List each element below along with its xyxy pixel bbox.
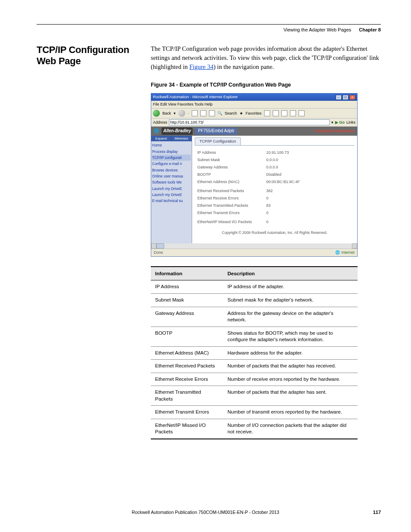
internet-icon: 🌐 bbox=[335, 250, 340, 255]
back-dropdown-icon[interactable]: ▾ bbox=[174, 111, 176, 116]
row: Ethernet Transmit Errors0 bbox=[197, 209, 352, 217]
favorites-icon[interactable]: ★ bbox=[240, 111, 243, 116]
nav-item-home[interactable]: Home bbox=[152, 142, 191, 148]
nav-item-support[interactable]: E-mail technical su bbox=[152, 198, 191, 204]
nav-item-browse[interactable]: Browse devices bbox=[152, 167, 191, 173]
val: 382 bbox=[266, 188, 352, 194]
page-header: Viewing the Adapter Web Pages Chapter 8 bbox=[37, 27, 381, 32]
table-row: EtherNet/IP Missed I/O PacketsNumber of … bbox=[151, 419, 358, 439]
horizontal-scrollbar[interactable] bbox=[151, 243, 357, 249]
cell-desc: Shows status for BOOTP, which may be use… bbox=[223, 327, 358, 346]
minimize-icon[interactable]: – bbox=[336, 95, 342, 100]
nav-item-launch1[interactable]: Launch my DriveE bbox=[152, 186, 191, 192]
scroll-right-icon[interactable] bbox=[352, 243, 357, 249]
brand-label: Allen-Bradley bbox=[162, 128, 193, 135]
row: EtherNet/IP Missed I/O Packets0 bbox=[197, 218, 352, 226]
search-label: Search bbox=[225, 111, 237, 116]
cell-desc: Number of receive errors reported by the… bbox=[223, 373, 358, 386]
val: 0 bbox=[266, 210, 352, 216]
row: Subnet Mask0.0.0.0 bbox=[197, 156, 352, 164]
links-label[interactable]: Links bbox=[346, 120, 355, 125]
nav-item-tools[interactable]: Software tools We bbox=[152, 179, 191, 185]
menubar[interactable]: File Edit View Favorites Tools Help bbox=[151, 101, 357, 109]
cell-desc: Number of I/O connection packets that th… bbox=[223, 419, 358, 439]
cell-info: Subnet Mask bbox=[151, 294, 223, 307]
status-zone: 🌐Internet bbox=[335, 250, 355, 255]
mail-icon[interactable] bbox=[273, 110, 279, 116]
cell-info: Ethernet Transmitted Packets bbox=[151, 386, 223, 406]
key: Subnet Mask bbox=[197, 157, 266, 163]
home-icon[interactable] bbox=[209, 110, 215, 116]
address-input[interactable] bbox=[169, 119, 330, 125]
row: IP Address10.91.100.73 bbox=[197, 149, 352, 156]
footer-pub: Rockwell Automation Publication 750COM-U… bbox=[0, 510, 411, 515]
zone-label: Internet bbox=[341, 250, 355, 255]
address-dropdown-icon[interactable]: ▾ bbox=[331, 120, 333, 125]
print-icon[interactable] bbox=[281, 110, 287, 116]
val: 0 bbox=[266, 196, 352, 201]
val: Disabled bbox=[266, 172, 352, 177]
nav-item-process[interactable]: Process display bbox=[152, 149, 191, 155]
key: Ethernet Receive Errors bbox=[197, 196, 266, 201]
val: 0.0.0.0 bbox=[266, 165, 352, 170]
val: 0 bbox=[266, 219, 352, 225]
nav-pane: Expand Minimize Home Process display TCP… bbox=[151, 136, 192, 243]
close-icon[interactable]: × bbox=[349, 95, 355, 100]
row: Ethernet Receive Errors0 bbox=[197, 195, 352, 202]
val: 83 bbox=[266, 203, 352, 208]
page-number: 117 bbox=[373, 510, 381, 515]
row: Ethernet Received Packets382 bbox=[197, 187, 352, 195]
key: EtherNet/IP Missed I/O Packets bbox=[197, 219, 266, 225]
copyright: Copyright © 2009 Rockwell Automation, In… bbox=[197, 226, 352, 246]
breadcrumb: Viewing the Adapter Web Pages bbox=[283, 27, 351, 32]
cell-info: Ethernet Address (MAC) bbox=[151, 346, 223, 360]
cell-desc: Subnet mask for the adapter's network. bbox=[223, 294, 358, 307]
figure-link[interactable]: Figure 34 bbox=[189, 63, 213, 70]
table-row: Gateway AddressAddress for the gateway d… bbox=[151, 307, 358, 327]
key: Ethernet Received Packets bbox=[197, 188, 266, 194]
val: 00:00:BC:B1:9C:4F bbox=[266, 179, 352, 185]
table-row: BOOTPShows status for BOOTP, which may b… bbox=[151, 327, 358, 346]
titlebar: Rockwell Automation - Microsoft Internet… bbox=[151, 93, 357, 101]
row: Ethernet Transmitted Packets83 bbox=[197, 202, 352, 209]
address-label: Address bbox=[153, 120, 167, 125]
expand-button[interactable]: Expand bbox=[151, 136, 171, 142]
maximize-icon[interactable]: ▭ bbox=[342, 95, 349, 100]
globe-icon: 🌐 bbox=[154, 128, 159, 134]
section-title: TCP/IP Configuration Web Page bbox=[37, 44, 138, 67]
row: Gateway Address0.0.0.0 bbox=[197, 164, 352, 171]
table-row: Ethernet Received PacketsNumber of packe… bbox=[151, 360, 358, 373]
minimize-button[interactable]: Minimize bbox=[171, 136, 192, 142]
cell-info: BOOTP bbox=[151, 327, 223, 346]
edit-icon[interactable] bbox=[290, 110, 296, 116]
nav-list: Home Process display TCP/IP configurati … bbox=[151, 141, 192, 205]
address-bar: Address ▾ ▶ Go Links bbox=[151, 118, 357, 127]
search-icon[interactable]: 🔍 bbox=[218, 111, 222, 116]
refresh-icon[interactable] bbox=[200, 110, 206, 116]
intro-paragraph: The TCP/IP Configuration web page provid… bbox=[151, 44, 381, 72]
tab-tcpip[interactable]: TCP/IP Configuration bbox=[195, 137, 241, 145]
th-desc: Description bbox=[223, 267, 358, 280]
scroll-thumb[interactable] bbox=[156, 243, 164, 249]
nav-item-manual[interactable]: Online user manua bbox=[152, 173, 191, 179]
th-info: Information bbox=[151, 267, 223, 280]
forward-icon[interactable] bbox=[178, 110, 185, 117]
table-row: Ethernet Transmit ErrorsNumber of transm… bbox=[151, 406, 358, 419]
history-icon[interactable] bbox=[264, 110, 270, 116]
nav-item-tcpip[interactable]: TCP/IP configurati bbox=[152, 155, 191, 161]
go-button[interactable]: ▶ Go bbox=[335, 120, 345, 125]
rockwell-logo: Rockwell Automation bbox=[315, 129, 355, 133]
table-row: IP AddressIP address of the adapter. bbox=[151, 280, 358, 294]
nav-item-email[interactable]: Configure e-mail n bbox=[152, 161, 191, 167]
key: Ethernet Transmitted Packets bbox=[197, 203, 266, 208]
key: Ethernet Address (MAC) bbox=[197, 179, 266, 185]
nav-item-launch2[interactable]: Launch my DriveE bbox=[152, 192, 191, 198]
discuss-icon[interactable] bbox=[299, 110, 305, 116]
row: BOOTPDisabled bbox=[197, 171, 352, 178]
description-table: Information Description IP AddressIP add… bbox=[151, 266, 358, 439]
stop-icon[interactable] bbox=[192, 110, 198, 116]
back-icon[interactable] bbox=[153, 110, 160, 117]
intro-text-after: ) in the navigation pane. bbox=[213, 63, 274, 70]
back-label: Back bbox=[162, 111, 171, 116]
scroll-left-icon[interactable] bbox=[151, 243, 156, 249]
